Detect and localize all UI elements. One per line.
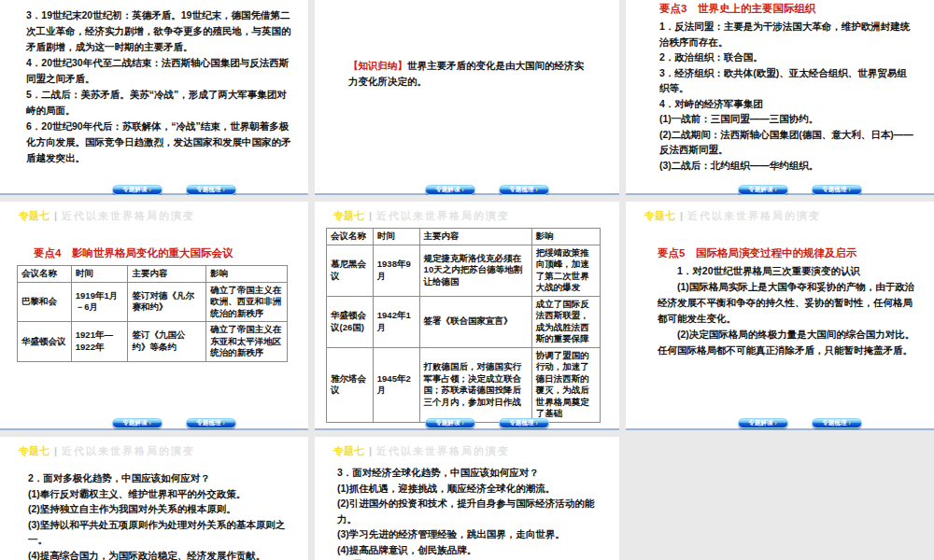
paragraph: 6．20世纪90年代后：苏联解体，“冷战”结束，世界朝着多极化方向发展。国际竞争… bbox=[26, 119, 291, 166]
slide-thumbnail-6[interactable]: 专题七|近代以来世界格局的演变 要点5 国际格局演变过程中的规律及启示 1．对2… bbox=[626, 202, 934, 430]
table-header-row: 会议名称 时间 主要内容 影响 bbox=[18, 266, 288, 283]
table-header-cell: 时间 bbox=[71, 266, 128, 283]
arrow-icon: › bbox=[774, 187, 776, 193]
knowledge-summary-label: 【知识归纳】 bbox=[348, 60, 407, 71]
separator: | bbox=[54, 445, 57, 456]
paragraph: 5．二战后：美苏矛盾。美苏“冷战”，形成了两大军事集团对峙的局面。 bbox=[26, 87, 291, 119]
paragraph: (3)二战后：北约组织——华约组织。 bbox=[659, 158, 913, 174]
table-cell: 确立了帝国主义在欧洲、西亚和非洲统治的新秩序 bbox=[206, 282, 288, 322]
paragraph: 4．对峙的经济军事集团 bbox=[659, 96, 913, 112]
slide-page: 专题七|近代以来世界格局的演变 会议名称 时间 主要内容 影响 慕尼黑会议 19… bbox=[315, 202, 619, 430]
button-label: 专题梳理 bbox=[822, 419, 846, 427]
button-label: 专题解读 bbox=[435, 186, 460, 194]
table-cell: 签订《九国公约》等条约 bbox=[128, 322, 206, 362]
table-cell: 巴黎和会 bbox=[18, 282, 72, 322]
topic-overview-button[interactable]: 专题解读› bbox=[738, 185, 788, 195]
arrow-icon: › bbox=[535, 187, 537, 193]
table-row: 华盛顿会议(26国) 1942年1月 签署《联合国家宣言》 成立了国际反法西斯联… bbox=[327, 296, 601, 347]
table-row: 巴黎和会 1919年1月－6月 签订对德《凡尔赛和约》 确立了帝国主义在欧洲、西… bbox=[18, 282, 288, 322]
topic-overview-button[interactable]: 专题解读› bbox=[738, 418, 788, 428]
table-cell: 成立了国际反法西斯联盟，成为战胜法西斯的重要保障 bbox=[531, 296, 600, 347]
paragraph: 3．面对经济全球化趋势，中国应该如何应对？ bbox=[337, 465, 604, 481]
paragraph: (3)学习先进的经济管理经验，跳出国界，走向世界。 bbox=[337, 526, 604, 542]
paragraph: 3．19世纪末20世纪初：英德矛盾。19世纪末，德国凭借第二次工业革命，经济实力… bbox=[26, 7, 291, 55]
topic-title: 近代以来世界格局的演变 bbox=[687, 210, 821, 221]
arrow-icon: › bbox=[149, 187, 150, 193]
separator: | bbox=[54, 210, 57, 221]
slide-thumbnail-1[interactable]: 3．19世纪末20世纪初：英德矛盾。19世纪末，德国凭借第二次工业革命，经济实力… bbox=[0, 0, 308, 195]
separator: | bbox=[680, 210, 683, 221]
slide-footer: 专题解读› 专题梳理› bbox=[0, 185, 308, 195]
slide-body-text: 3．19世纪末20世纪初：英德矛盾。19世纪末，德国凭借第二次工业革命，经济实力… bbox=[26, 7, 291, 166]
paragraph: (3)坚持以和平共处五项原则作为处理对外关系的基本原则之一。 bbox=[28, 517, 290, 548]
slide-page: 3．19世纪末20世纪初：英德矛盾。19世纪末，德国凭借第二次工业革命，经济实力… bbox=[0, 0, 308, 195]
button-label: 专题梳理 bbox=[196, 186, 220, 194]
key-point-heading: 要点5 国际格局演变过程中的规律及启示 bbox=[658, 246, 856, 260]
table-cell: 1938年9月 bbox=[373, 245, 419, 296]
paragraph: (4)提高综合国力，为国际政治稳定、经济发展作贡献。 bbox=[28, 548, 290, 560]
slide-page: 专题七|近代以来世界格局的演变 3．面对经济全球化趋势，中国应该如何应对？ (1… bbox=[315, 437, 619, 560]
paragraph: (1)国际格局实际上是大国争夺和妥协的产物，由于政治经济发展不平衡和争夺的持久性… bbox=[658, 279, 915, 327]
paragraph: (1)奉行反对霸权主义、维护世界和平的外交政策。 bbox=[28, 486, 290, 502]
paragraph: 3．经济组织：欧共体(欧盟)、亚太经合组织、世界贸易组织等。 bbox=[659, 65, 913, 96]
slide-thumbnail-5[interactable]: 专题七|近代以来世界格局的演变 会议名称 时间 主要内容 影响 慕尼黑会议 19… bbox=[315, 202, 619, 430]
topic-overview-button[interactable]: 专题解读› bbox=[425, 418, 475, 428]
table-cell: 把绥靖政策推向顶峰，加速了第二次世界大战的爆发 bbox=[531, 245, 600, 296]
separator: | bbox=[369, 210, 372, 221]
slide-header: 专题七|近代以来世界格局的演变 bbox=[644, 209, 821, 223]
arrow-icon: › bbox=[848, 187, 850, 193]
table-cell: 1919年1月－6月 bbox=[71, 282, 128, 322]
topic-title: 近代以来世界格局的演变 bbox=[376, 445, 510, 456]
arrow-icon: › bbox=[848, 420, 850, 427]
slide-thumbnail-8[interactable]: 专题七|近代以来世界格局的演变 3．面对经济全球化趋势，中国应该如何应对？ (1… bbox=[315, 437, 619, 560]
paragraph: (1)抓住机遇，迎接挑战，顺应经济全球化的潮流。 bbox=[337, 481, 604, 497]
slide-thumbnail-2[interactable]: 【知识归纳】世界主要矛盾的变化是由大国间的经济实力变化所决定的。 专题解读› 专… bbox=[315, 0, 619, 195]
table-row: 慕尼黑会议 1938年9月 规定捷克斯洛伐克必须在10天之内把苏台德等地割让给德… bbox=[327, 245, 601, 296]
topic-outline-button[interactable]: 专题梳理› bbox=[186, 185, 236, 195]
table-cell: 1942年1月 bbox=[373, 296, 419, 347]
arrow-icon: › bbox=[222, 420, 224, 427]
arrow-icon: › bbox=[461, 187, 463, 193]
key-point-heading: 要点4 影响世界格局变化的重大国际会议 bbox=[34, 246, 233, 260]
table-cell: 签署《联合国家宣言》 bbox=[419, 296, 531, 347]
topic-overview-button[interactable]: 专题解读› bbox=[112, 418, 163, 428]
slide-body-text: 1．对20世纪世界格局三次重要演变的认识 (1)国际格局实际上是大国争夺和妥协的… bbox=[658, 263, 915, 358]
button-label: 专题解读 bbox=[435, 419, 460, 427]
topic-overview-button[interactable]: 专题解读› bbox=[425, 185, 475, 195]
topic-title: 近代以来世界格局的演变 bbox=[62, 445, 195, 456]
table-cell: 慕尼黑会议 bbox=[327, 245, 374, 296]
topic-outline-button[interactable]: 专题梳理› bbox=[812, 418, 862, 428]
topic-badge: 专题七 bbox=[19, 445, 50, 456]
table-cell: 协调了盟国的行动，加速了德日法西斯的覆灭，为战后世界格局奠定了基础 bbox=[531, 347, 600, 422]
topic-outline-button[interactable]: 专题梳理› bbox=[499, 185, 549, 195]
table-cell: 打败德国后，对德国实行军事占领；决定成立联合国；苏联承诺德国投降后三个月内，参加… bbox=[419, 347, 531, 422]
topic-outline-button[interactable]: 专题梳理› bbox=[812, 185, 862, 195]
table-cell: 确立了帝国主义在东亚和太平洋地区统治的新秩序 bbox=[206, 322, 288, 362]
slide-thumbnail-3[interactable]: 要点3 世界史上的主要国际组织 1．反法同盟：主要是为干涉法国大革命，维护欧洲封… bbox=[626, 0, 934, 195]
table-cell: 规定捷克斯洛伐克必须在10天之内把苏台德等地割让给德国 bbox=[419, 245, 531, 296]
slide-page: 【知识归纳】世界主要矛盾的变化是由大国间的经济实力变化所决定的。 专题解读› 专… bbox=[315, 0, 619, 195]
slide-body-text: 3．面对经济全球化趋势，中国应该如何应对？ (1)抓住机遇，迎接挑战，顺应经济全… bbox=[337, 465, 604, 560]
paragraph: (2)坚持独立自主作为我国对外关系的根本原则。 bbox=[28, 501, 290, 517]
topic-overview-button[interactable]: 专题解读› bbox=[112, 185, 163, 195]
slide-thumbnail-7[interactable]: 专题七|近代以来世界格局的演变 2．面对多极化趋势，中国应该如何应对？ (1)奉… bbox=[0, 437, 308, 560]
key-point-heading: 要点3 世界史上的主要国际组织 bbox=[659, 2, 815, 16]
slide-page: 要点3 世界史上的主要国际组织 1．反法同盟：主要是为干涉法国大革命，维护欧洲封… bbox=[626, 0, 934, 195]
topic-badge: 专题七 bbox=[333, 210, 364, 221]
slide-page: 专题七|近代以来世界格局的演变 要点4 影响世界格局变化的重大国际会议 会议名称… bbox=[0, 202, 308, 430]
table-header-cell: 主要内容 bbox=[419, 229, 531, 245]
table-cell: 1945年2月 bbox=[373, 347, 419, 422]
button-label: 专题梳理 bbox=[509, 186, 533, 194]
slide-page: 专题七|近代以来世界格局的演变 2．面对多极化趋势，中国应该如何应对？ (1)奉… bbox=[0, 437, 308, 560]
slide-footer: 专题解读› 专题梳理› bbox=[315, 418, 619, 428]
paragraph: (4)提高品牌意识，创民族品牌。 bbox=[337, 542, 604, 558]
table-cell: 雅尔塔会议 bbox=[327, 347, 374, 422]
slide-thumbnail-4[interactable]: 专题七|近代以来世界格局的演变 要点4 影响世界格局变化的重大国际会议 会议名称… bbox=[0, 202, 308, 430]
slide-sorter-grid: 3．19世纪末20世纪初：英德矛盾。19世纪末，德国凭借第二次工业革命，经济实力… bbox=[0, 0, 934, 560]
topic-outline-button[interactable]: 专题梳理› bbox=[186, 418, 236, 428]
topic-badge: 专题七 bbox=[333, 445, 364, 456]
topic-outline-button[interactable]: 专题梳理› bbox=[499, 418, 549, 428]
table-header-row: 会议名称 时间 主要内容 影响 bbox=[327, 229, 601, 245]
slide-header: 专题七|近代以来世界格局的演变 bbox=[19, 444, 195, 458]
paragraph: 1．反法同盟：主要是为干涉法国大革命，维护欧洲封建统治秩序而存在。 bbox=[659, 19, 913, 49]
